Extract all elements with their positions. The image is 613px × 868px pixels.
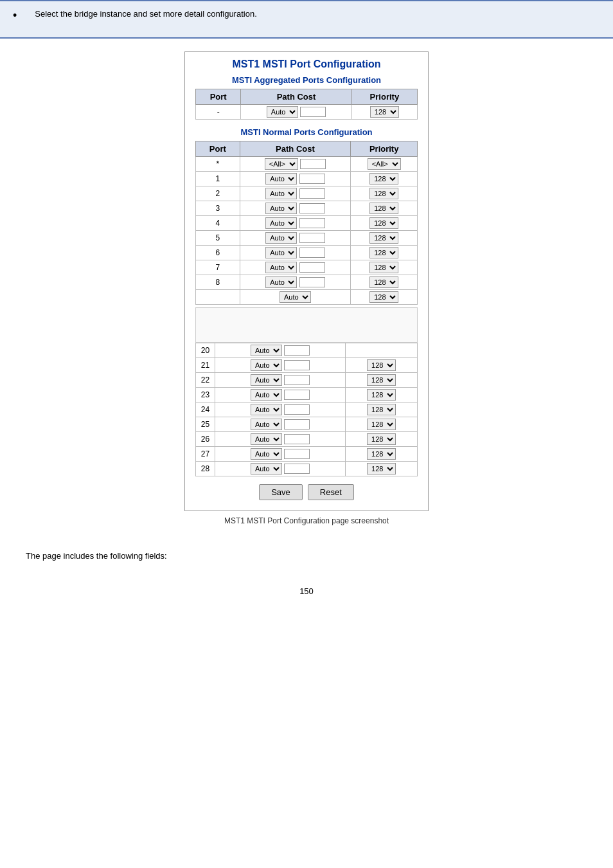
- pathcost-select[interactable]: Auto: [251, 389, 282, 401]
- priority-select[interactable]: 128: [367, 389, 396, 401]
- pathcost-select[interactable]: Auto: [265, 232, 297, 244]
- normal-all-priority[interactable]: <All> 128: [351, 157, 418, 172]
- pathcost-cell[interactable]: Auto: [215, 358, 346, 373]
- pathcost-cell[interactable]: Auto: [215, 417, 346, 432]
- pathcost-input[interactable]: [284, 404, 310, 415]
- pathcost-input[interactable]: [299, 248, 325, 258]
- pathcost-cell[interactable]: Auto: [240, 246, 351, 260]
- priority-cell[interactable]: 128: [351, 186, 418, 201]
- reset-button[interactable]: Reset: [308, 484, 354, 500]
- pathcost-select[interactable]: Auto: [251, 374, 282, 386]
- priority-select[interactable]: 128: [367, 463, 396, 475]
- priority-cell[interactable]: 128: [346, 358, 418, 373]
- save-button[interactable]: Save: [259, 484, 303, 500]
- pathcost-cell[interactable]: Auto: [215, 447, 346, 462]
- pathcost-input[interactable]: [299, 262, 325, 273]
- agg-pathcost-select[interactable]: Auto 1 2: [267, 106, 298, 118]
- normal-all-pathcost-input[interactable]: [300, 159, 326, 169]
- priority-select[interactable]: 128: [367, 448, 396, 460]
- pathcost-select[interactable]: Auto: [251, 419, 282, 430]
- pathcost-input[interactable]: [299, 277, 325, 287]
- pathcost-input[interactable]: [284, 360, 310, 370]
- pathcost-cell[interactable]: Auto: [240, 275, 351, 290]
- pathcost-select[interactable]: Auto: [265, 247, 297, 258]
- priority-select[interactable]: 128: [369, 173, 398, 185]
- pathcost-select[interactable]: Auto: [251, 433, 282, 445]
- pathcost-cell[interactable]: Auto: [240, 186, 351, 201]
- priority-select[interactable]: 128: [369, 291, 398, 303]
- pathcost-cell[interactable]: Auto: [240, 216, 351, 231]
- agg-pathcost-input[interactable]: [300, 107, 326, 117]
- pathcost-input[interactable]: [284, 434, 310, 444]
- pathcost-input[interactable]: [284, 375, 310, 385]
- normal-all-pathcost[interactable]: <All> Auto: [240, 157, 351, 172]
- priority-cell[interactable]: 128: [346, 432, 418, 447]
- pathcost-select[interactable]: Auto: [265, 188, 297, 199]
- pathcost-select[interactable]: Auto: [265, 203, 297, 214]
- priority-select[interactable]: 128: [369, 188, 398, 199]
- priority-cell[interactable]: 128: [351, 201, 418, 216]
- priority-cell[interactable]: 128: [351, 172, 418, 186]
- normal-all-pathcost-select[interactable]: <All> Auto: [265, 158, 298, 170]
- pathcost-input[interactable]: [299, 218, 325, 228]
- pathcost-select[interactable]: Auto: [251, 345, 282, 356]
- priority-select[interactable]: 128: [369, 232, 398, 244]
- pathcost-cell[interactable]: Auto: [215, 402, 346, 417]
- priority-cell[interactable]: 128: [346, 462, 418, 476]
- priority-cell[interactable]: 128: [346, 388, 418, 402]
- pathcost-cell[interactable]: Auto: [240, 290, 351, 305]
- pathcost-cell[interactable]: Auto: [240, 231, 351, 246]
- pathcost-input[interactable]: [299, 188, 325, 199]
- pathcost-input[interactable]: [284, 345, 310, 356]
- priority-select[interactable]: 128: [369, 203, 398, 214]
- pathcost-select[interactable]: Auto: [251, 463, 282, 475]
- priority-cell[interactable]: 128: [351, 231, 418, 246]
- pathcost-select[interactable]: Auto: [265, 173, 297, 185]
- priority-cell[interactable]: 128: [346, 373, 418, 388]
- priority-cell[interactable]: 128: [346, 447, 418, 462]
- pathcost-input[interactable]: [299, 203, 325, 213]
- pathcost-cell[interactable]: Auto: [215, 432, 346, 447]
- agg-pathcost-cell[interactable]: Auto 1 2: [241, 105, 351, 120]
- priority-select[interactable]: 128: [367, 374, 396, 386]
- pathcost-input[interactable]: [299, 174, 325, 184]
- priority-select[interactable]: 128: [367, 433, 396, 445]
- priority-select[interactable]: 128: [369, 217, 398, 229]
- priority-select[interactable]: 128: [369, 247, 398, 258]
- pathcost-input[interactable]: [299, 233, 325, 243]
- normal-all-priority-select[interactable]: <All> 128: [368, 158, 401, 170]
- pathcost-input[interactable]: [284, 419, 310, 429]
- pathcost-select[interactable]: Auto: [251, 404, 282, 415]
- priority-cell[interactable]: 128: [351, 290, 418, 305]
- pathcost-select[interactable]: Auto: [265, 276, 297, 288]
- priority-select[interactable]: 128: [367, 404, 396, 415]
- priority-cell[interactable]: 128: [351, 216, 418, 231]
- priority-cell[interactable]: 128: [351, 246, 418, 260]
- agg-priority-cell[interactable]: 128 64 192: [351, 105, 417, 120]
- priority-select[interactable]: 128: [369, 262, 398, 273]
- pathcost-select[interactable]: Auto: [251, 359, 282, 371]
- priority-cell[interactable]: 128: [346, 402, 418, 417]
- pathcost-input[interactable]: [284, 464, 310, 474]
- priority-cell[interactable]: [346, 343, 418, 358]
- pathcost-select[interactable]: Auto: [265, 217, 297, 229]
- pathcost-cell[interactable]: Auto: [240, 172, 351, 186]
- pathcost-input[interactable]: [284, 449, 310, 459]
- pathcost-cell[interactable]: Auto: [240, 201, 351, 216]
- agg-priority-select[interactable]: 128 64 192: [370, 106, 399, 118]
- pathcost-select[interactable]: Auto: [280, 291, 311, 303]
- priority-cell[interactable]: 128: [351, 275, 418, 290]
- pathcost-cell[interactable]: Auto: [215, 388, 346, 402]
- pathcost-cell[interactable]: Auto: [215, 373, 346, 388]
- pathcost-cell[interactable]: Auto: [240, 260, 351, 275]
- pathcost-input[interactable]: [284, 390, 310, 400]
- pathcost-cell[interactable]: Auto: [215, 343, 346, 358]
- priority-select[interactable]: 128: [367, 419, 396, 430]
- priority-select[interactable]: 128: [367, 359, 396, 371]
- priority-cell[interactable]: 128: [351, 260, 418, 275]
- priority-select[interactable]: 128: [369, 276, 398, 288]
- pathcost-select[interactable]: Auto: [265, 262, 297, 273]
- pathcost-cell[interactable]: Auto: [215, 462, 346, 476]
- pathcost-select[interactable]: Auto: [251, 448, 282, 460]
- priority-cell[interactable]: 128: [346, 417, 418, 432]
